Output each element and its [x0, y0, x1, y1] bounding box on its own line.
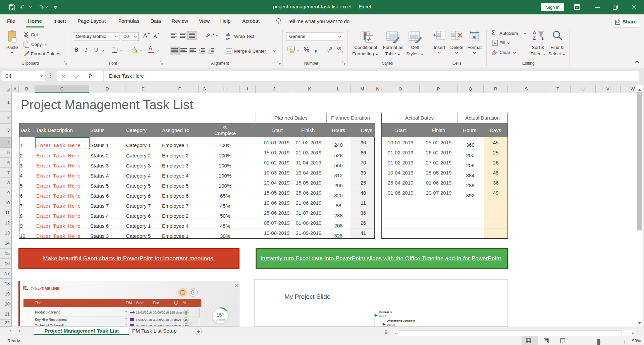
svg-text:Complete: Complete	[216, 319, 225, 321]
